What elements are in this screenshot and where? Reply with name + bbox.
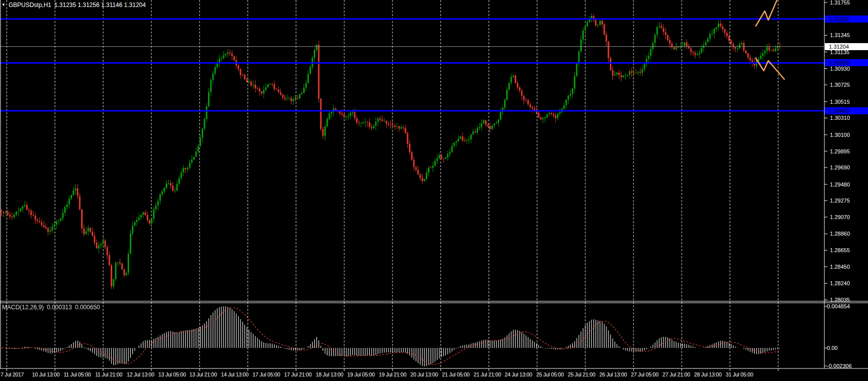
candle-body [157,201,159,206]
candle-body [362,122,364,123]
candle-body [576,63,577,76]
candle-body [240,69,241,75]
candle-body [599,21,601,25]
candle-body [278,90,279,92]
candle-body [153,209,154,219]
candle-body [123,269,125,275]
candle-body [43,225,45,227]
chart-plot-area[interactable] [0,0,868,381]
candle-body [242,75,244,75]
candle-body [132,226,133,234]
candle-body [741,43,743,45]
mt4-chart-window: ▼ GBPUSDstp,H1 1.31235 1.31256 1.31146 1… [0,0,868,381]
candle-body [204,119,205,129]
time-axis-label: 17 Jul 21:00 [284,371,312,377]
candle-body [396,126,398,127]
time-axis-label: 11 Jul 21:00 [95,371,122,377]
candle-body [470,134,472,139]
candle-body [390,124,391,125]
candle-body [257,88,258,89]
candle-body [578,52,580,63]
candle-body [163,188,165,192]
candle-body [641,69,643,73]
candle-body [540,117,542,119]
candle-body [37,220,38,221]
candle-body [684,43,686,46]
candle-body [454,143,455,146]
macd-signal-line [2,308,780,364]
time-axis-label: 18 Jul 13:00 [316,371,343,377]
time-axis-label: 28 Jul 13:00 [694,371,722,377]
candle-body [182,168,184,172]
candle-body [128,254,129,273]
candle-body [9,215,11,217]
candle-body [557,114,558,118]
candle-body [189,163,190,168]
candle-body [377,118,379,122]
candle-body [494,124,495,126]
candle-body [489,126,491,129]
candle-body [174,190,176,191]
trend-arrow-up[interactable] [756,1,777,26]
candle-body [441,155,442,158]
candle-body [409,144,410,152]
time-axis-label: 27 Jul 05:00 [631,371,659,377]
candle-body [620,75,622,77]
candle-body [71,195,72,199]
candle-body [90,228,91,232]
candle-body [251,82,252,86]
candle-body [430,167,431,168]
macd-indicator-label: MACD(12,26,9) 0.000313 0.000650 [2,304,100,311]
candle-body [66,205,68,207]
candle-body [398,126,400,128]
candle-body [405,128,406,133]
candle-body [50,231,51,232]
candle-body [618,73,620,75]
candle-body [714,29,715,34]
time-axis-label: 25 Jul 05:00 [536,371,564,377]
candle-body [193,157,195,160]
candle-body [62,213,64,218]
candle-body [413,160,414,167]
candle-body [88,228,89,232]
candle-body [676,47,677,50]
candle-body [69,199,70,204]
candle-body [709,34,711,39]
price-axis-label: 1.29070 [830,214,850,220]
time-axis-label: 17 Jul 05:00 [253,371,280,377]
candle-body [705,42,707,45]
candle-body [589,20,590,23]
trend-arrow-down[interactable] [756,58,784,79]
candle-body [439,155,440,158]
price-axis-label: 1.28035 [830,297,850,303]
candle-body [674,47,675,49]
candle-body [100,244,102,246]
candle-body [12,217,13,218]
candle-body [195,151,197,156]
candle-body [419,174,421,178]
candle-body [707,39,709,42]
candle-body [191,160,192,163]
candle-body [267,84,269,87]
candle-body [263,90,265,93]
candle-body [456,141,457,143]
candle-body [367,122,368,122]
candle-body [443,158,445,159]
candle-body [212,73,214,80]
candle-body [26,205,28,210]
time-axis-label: 12 Jul 13:00 [127,371,154,377]
candle-body [185,168,186,169]
candle-body [663,28,664,32]
candle-body [83,229,85,234]
candle-body [206,106,207,119]
candle-body [699,53,700,55]
candle-body [597,25,599,26]
level-price-tag: 1.30400 [825,107,868,114]
candle-body [199,138,201,146]
candle-body [768,47,770,50]
candle-body [324,126,326,136]
candle-body [180,172,182,178]
candle-body [136,220,138,222]
macd-axis-label: 0.004854 [827,303,850,309]
candle-body [379,118,381,119]
